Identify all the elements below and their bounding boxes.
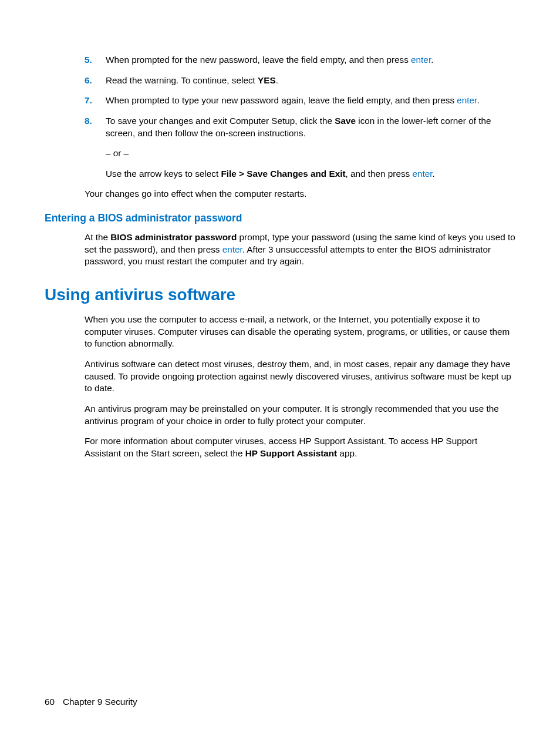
text: At the bbox=[85, 232, 110, 242]
step-6: 6. Read the warning. To continue, select… bbox=[85, 75, 515, 87]
text: . bbox=[477, 95, 479, 105]
text: To save your changes and exit Computer S… bbox=[106, 116, 335, 126]
step-number: 8. bbox=[85, 115, 106, 180]
step-number: 6. bbox=[85, 75, 106, 87]
enter-link[interactable]: enter bbox=[222, 244, 242, 254]
av-para-4: For more information about computer viru… bbox=[85, 435, 515, 459]
heading-antivirus: Using antivirus software bbox=[45, 285, 515, 304]
yes-bold: YES bbox=[258, 75, 276, 85]
text: . bbox=[431, 55, 433, 65]
text: . bbox=[276, 75, 278, 85]
page-number: 60 bbox=[45, 697, 55, 707]
step-body: Read the warning. To continue, select YE… bbox=[106, 75, 515, 87]
heading-bios-password: Entering a BIOS administrator password bbox=[45, 212, 515, 224]
enter-link[interactable]: enter bbox=[412, 169, 432, 179]
step-number: 7. bbox=[85, 95, 106, 107]
chapter-label: Chapter 9 Security bbox=[63, 697, 137, 707]
step-7: 7. When prompted to type your new passwo… bbox=[85, 95, 515, 107]
av-para-2: Antivirus software can detect most virus… bbox=[85, 358, 515, 395]
step-8: 8. To save your changes and exit Compute… bbox=[85, 115, 515, 180]
save-bold: Save bbox=[335, 116, 356, 126]
text: Use the arrow keys to select bbox=[106, 169, 221, 179]
numbered-steps: 5. When prompted for the new password, l… bbox=[85, 54, 515, 180]
step-body: When prompted to type your new password … bbox=[106, 95, 515, 107]
document-page: 5. When prompted for the new password, l… bbox=[0, 0, 560, 746]
text: Read the warning. To continue, select bbox=[106, 75, 258, 85]
step-alt: Use the arrow keys to select File > Save… bbox=[106, 168, 515, 180]
text: When prompted to type your new password … bbox=[106, 95, 457, 105]
text: When prompted for the new password, leav… bbox=[106, 55, 411, 65]
av-para-3: An antivirus program may be preinstalled… bbox=[85, 403, 515, 427]
text: . bbox=[433, 169, 435, 179]
file-save-bold: File > Save Changes and Exit bbox=[221, 169, 345, 179]
bios-admin-bold: BIOS administrator password bbox=[110, 232, 237, 242]
step-body: When prompted for the new password, leav… bbox=[106, 54, 515, 66]
step-number: 5. bbox=[85, 54, 106, 66]
hp-support-bold: HP Support Assistant bbox=[245, 448, 337, 458]
after-steps-note: Your changes go into effect when the com… bbox=[85, 188, 515, 200]
text: , and then press bbox=[346, 169, 413, 179]
text: app. bbox=[337, 448, 357, 458]
av-para-1: When you use the computer to access e-ma… bbox=[85, 314, 515, 350]
page-footer: 60Chapter 9 Security bbox=[45, 697, 137, 707]
enter-link[interactable]: enter bbox=[457, 95, 477, 105]
enter-link[interactable]: enter bbox=[411, 55, 431, 65]
step-body: To save your changes and exit Computer S… bbox=[106, 115, 515, 180]
or-separator: – or – bbox=[106, 147, 515, 160]
step-5: 5. When prompted for the new password, l… bbox=[85, 54, 515, 66]
bios-paragraph: At the BIOS administrator password promp… bbox=[85, 231, 515, 268]
